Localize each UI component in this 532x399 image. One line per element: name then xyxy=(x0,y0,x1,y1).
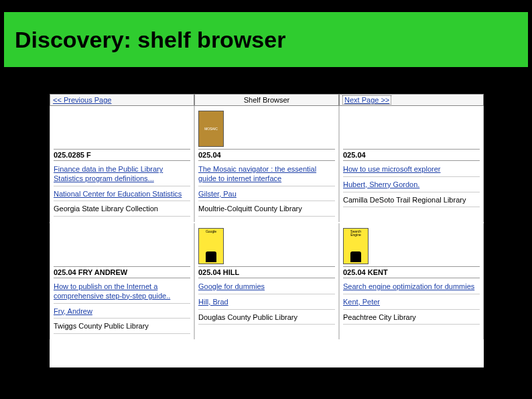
shelf-item: 025.0285 F Finance data in the Public Li… xyxy=(50,106,194,222)
nav-prev-cell: << Previous Page xyxy=(50,94,194,106)
cover-slot xyxy=(343,108,480,147)
item-title-link[interactable]: Finance data in the Public Library Stati… xyxy=(54,164,190,186)
dummies-head-icon xyxy=(206,251,216,262)
cover-slot: Google xyxy=(198,225,335,264)
cover-label: Google xyxy=(206,230,216,233)
dummies-head-icon xyxy=(350,251,361,262)
shelf-item: Google 025.04 HILL Google for dummies Hi… xyxy=(194,223,339,339)
book-cover-icon[interactable]: Search Engine xyxy=(343,228,369,264)
item-title-link[interactable]: The Mosaic navigator : the essential gui… xyxy=(198,164,335,186)
slide-title-band: Discovery: shelf browser xyxy=(4,12,528,67)
item-library: Georgia State Library Collection xyxy=(54,203,190,217)
item-library: Peachtree City Library xyxy=(343,312,480,325)
call-number: 025.04 xyxy=(343,149,480,161)
item-library: Twiggs County Public Library xyxy=(54,321,190,334)
cover-label: MOSAIC xyxy=(204,127,218,131)
shelf-browser-panel: << Previous Page Shelf Browser Next Page… xyxy=(50,94,484,367)
item-title-link[interactable]: Search engine optimization for dummies xyxy=(343,281,480,294)
shelf-item: 025.04 FRY ANDREW How to publish on the … xyxy=(50,223,194,339)
item-library: Camilla DeSoto Trail Regional Library xyxy=(343,194,480,208)
nav-title-cell: Shelf Browser xyxy=(194,94,339,106)
cover-slot xyxy=(54,108,190,147)
cover-slot: MOSAIC xyxy=(198,108,335,147)
shelf-item: 025.04 How to use microsoft explorer Hub… xyxy=(339,106,484,222)
cover-slot: Search Engine xyxy=(343,225,480,264)
item-author-link[interactable]: National Center for Education Statistics xyxy=(54,188,190,202)
call-number: 025.04 HILL xyxy=(198,266,335,278)
book-cover-icon[interactable]: Google xyxy=(198,228,224,264)
item-library: Douglas County Public Library xyxy=(198,312,335,325)
nav-strip: << Previous Page Shelf Browser Next Page… xyxy=(50,94,484,106)
prev-page-link[interactable]: << Previous Page xyxy=(53,96,111,104)
shelf-item: Search Engine 025.04 KENT Search engine … xyxy=(339,223,484,339)
shelf-row-1: 025.0285 F Finance data in the Public Li… xyxy=(50,106,484,222)
shelf-item: MOSAIC 025.04 The Mosaic navigator : the… xyxy=(194,106,339,222)
item-author-link[interactable]: Fry, Andrew xyxy=(54,306,190,319)
item-author-link[interactable]: Hubert, Sherry Gordon. xyxy=(343,179,480,192)
next-page-link[interactable]: Next Page >> xyxy=(342,95,391,105)
call-number: 025.04 KENT xyxy=(343,266,480,278)
item-title-link[interactable]: How to use microsoft explorer xyxy=(343,164,480,177)
item-author-link[interactable]: Hill, Brad xyxy=(198,296,335,310)
nav-next-cell: Next Page >> xyxy=(339,94,484,106)
slide-title: Discovery: shelf browser xyxy=(15,27,285,53)
shelf-row-2: 025.04 FRY ANDREW How to publish on the … xyxy=(50,223,484,339)
item-author-link[interactable]: Gilster, Pau xyxy=(198,188,335,202)
item-author-link[interactable]: Kent, Peter xyxy=(343,296,480,310)
item-title-link[interactable]: How to publish on the Internet a compreh… xyxy=(54,281,190,304)
nav-title: Shelf Browser xyxy=(244,96,289,104)
item-library: Moultrie-Colquitt County Library xyxy=(198,203,335,217)
call-number: 025.04 xyxy=(198,149,335,161)
book-cover-icon[interactable]: MOSAIC xyxy=(198,111,224,147)
cover-slot xyxy=(54,225,190,264)
call-number: 025.04 FRY ANDREW xyxy=(54,266,190,278)
call-number: 025.0285 F xyxy=(54,149,190,161)
cover-label: Search Engine xyxy=(345,230,367,237)
item-title-link[interactable]: Google for dummies xyxy=(198,281,335,294)
